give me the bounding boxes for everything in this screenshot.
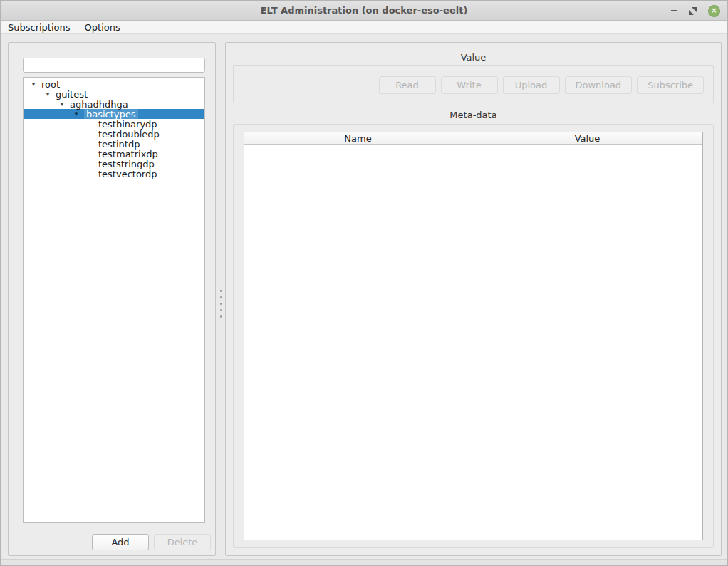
tree-item-basictypes[interactable]: ▾ basictypes	[24, 109, 204, 119]
column-header-name[interactable]: Name	[244, 132, 472, 144]
title-bar[interactable]: ELT Administration (on docker-eso-eelt) …	[1, 1, 727, 21]
minimize-button[interactable]	[671, 10, 677, 11]
subscribe-button[interactable]: Subscribe	[637, 76, 704, 94]
column-header-value[interactable]: Value	[472, 132, 702, 144]
tree-item-label: basictypes	[84, 109, 138, 120]
window-bottom-edge	[1, 559, 727, 565]
tree-item-testmatrixdp[interactable]: testmatrixdp	[24, 149, 204, 159]
datapoint-tree: ▾ root ▾ guitest ▾ aghadhdhga ▾ basictyp…	[23, 77, 205, 523]
download-button[interactable]: Download	[565, 76, 633, 94]
close-icon: ×	[711, 7, 717, 14]
read-button[interactable]: Read	[379, 76, 436, 94]
close-button[interactable]: ×	[708, 5, 720, 17]
value-section-title: Value	[226, 52, 721, 63]
app-window: ELT Administration (on docker-eso-eelt) …	[0, 0, 728, 566]
metadata-section-title: Meta-data	[226, 110, 721, 120]
tree-panel: ▾ root ▾ guitest ▾ aghadhdhga ▾ basictyp…	[8, 42, 216, 556]
tree-item-label: aghadhdhga	[70, 99, 128, 110]
metadata-table-body	[244, 145, 702, 540]
tree-item-testintdp[interactable]: testintdp	[24, 139, 204, 149]
expander-icon[interactable]: ▾	[71, 110, 82, 117]
menu-subscriptions[interactable]: Subscriptions	[1, 21, 78, 33]
metadata-table-header: Name Value	[244, 132, 702, 145]
value-actions: Read Write Upload Download Subscribe	[379, 76, 704, 94]
menu-bar: Subscriptions Options	[1, 21, 727, 34]
filter-input[interactable]	[23, 58, 205, 73]
tree-item-testdoubledp[interactable]: testdoubledp	[24, 129, 204, 139]
tree-item-label: testbinarydp	[98, 119, 157, 130]
tree-item-label: testdoubledp	[98, 129, 160, 140]
tree-item-label: testmatrixdp	[98, 149, 158, 159]
tree-item-teststringdp[interactable]: teststringdp	[24, 159, 204, 169]
expander-icon[interactable]: ▾	[42, 90, 53, 98]
tree-item-testbinarydp[interactable]: testbinarydp	[24, 119, 204, 129]
tree-item-label: testvectordp	[98, 169, 157, 179]
detail-panel: Value Read Write Upload Download Subscri…	[225, 42, 722, 556]
expander-icon[interactable]: ▾	[28, 80, 39, 88]
tree-item-testvectordp[interactable]: testvectordp	[24, 169, 204, 179]
metadata-groupbox: Name Value	[233, 124, 714, 548]
restore-icon	[689, 7, 697, 15]
tree-item-label: guitest	[56, 89, 88, 100]
menu-options[interactable]: Options	[78, 21, 128, 33]
tree-item-aghadhdhga[interactable]: ▾ aghadhdhga	[24, 99, 204, 109]
metadata-table: Name Value	[244, 132, 703, 540]
tree-item-label: root	[41, 79, 60, 90]
window-title: ELT Administration (on docker-eso-eelt)	[261, 5, 468, 16]
value-groupbox: Read Write Upload Download Subscribe	[233, 65, 714, 103]
delete-button[interactable]: Delete	[154, 534, 211, 550]
expander-icon[interactable]: ▾	[56, 100, 68, 108]
tree-actions: Add Delete	[92, 534, 211, 550]
write-button[interactable]: Write	[441, 76, 498, 94]
minimize-icon	[671, 10, 677, 11]
window-controls: ×	[671, 1, 720, 21]
upload-button[interactable]: Upload	[503, 76, 560, 94]
tree-item-guitest[interactable]: ▾ guitest	[24, 89, 204, 99]
panel-splitter-handle[interactable]	[219, 288, 223, 322]
restore-button[interactable]	[689, 7, 697, 15]
add-button[interactable]: Add	[92, 534, 149, 550]
tree-item-label: teststringdp	[98, 159, 155, 169]
tree-item-label: testintdp	[98, 139, 140, 150]
tree-item-root[interactable]: ▾ root	[24, 79, 204, 89]
